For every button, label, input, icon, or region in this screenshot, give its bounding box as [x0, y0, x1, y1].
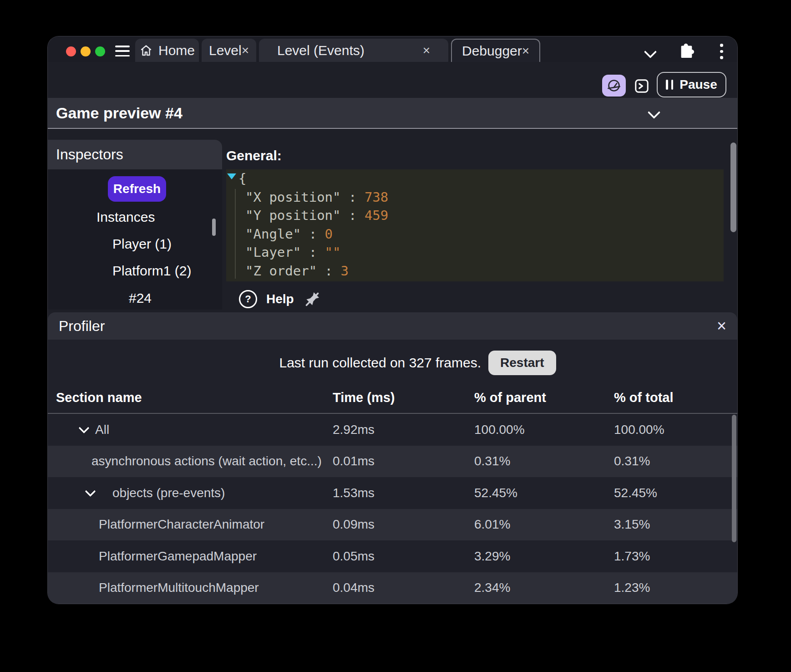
menu-hamburger-icon[interactable]	[115, 46, 130, 56]
chevron-down-icon[interactable]	[78, 423, 89, 433]
close-profiler-icon[interactable]: ×	[717, 318, 726, 334]
column-section-name: Section name	[56, 389, 142, 406]
game-preview-header[interactable]: Game preview #4	[48, 98, 737, 129]
json-line: "X position" : 738	[226, 188, 724, 207]
column-time: Time (ms)	[333, 389, 395, 406]
column-percent-parent: % of parent	[474, 389, 546, 406]
profiler-status-row: Last run collected on 327 frames. Restar…	[73, 350, 737, 376]
tab-label: Level (Events)	[277, 43, 365, 58]
chevron-down-icon[interactable]	[648, 106, 660, 119]
table-row[interactable]: objects (pre-events) 1.53ms 52.45% 52.45…	[48, 477, 737, 509]
json-line: "Z order" : 3	[226, 262, 724, 280]
profiler-title: Profiler	[59, 318, 105, 335]
tab-level-events[interactable]: Level (Events) ×	[259, 39, 448, 62]
profiler-table: All 2.92ms 100.00% 100.00% asynchronous …	[48, 413, 737, 604]
tab-level[interactable]: Level ×	[202, 39, 256, 62]
tree-item-instance-24[interactable]: #24	[129, 290, 152, 306]
tab-debugger[interactable]: Debugger ×	[451, 39, 540, 62]
json-line: "Angle" : 0	[226, 225, 724, 244]
extensions-button[interactable]	[678, 42, 695, 67]
help-row: ? Help	[239, 289, 321, 309]
general-scrollbar[interactable]	[730, 143, 736, 232]
pause-label: Pause	[679, 77, 717, 92]
terminal-icon	[634, 78, 650, 94]
chevron-down-icon	[644, 46, 657, 58]
profiler-table-header: Section name Time (ms) % of parent % of …	[48, 389, 737, 406]
general-section-title: General:	[226, 142, 282, 169]
chevron-down-icon[interactable]	[85, 486, 96, 497]
restart-button[interactable]: Restart	[488, 351, 556, 375]
minimize-window-button[interactable]	[81, 46, 91, 56]
tree-item-player[interactable]: Player (1)	[112, 236, 172, 252]
unpin-icon[interactable]	[303, 290, 321, 308]
indent-guide	[235, 189, 236, 279]
table-row[interactable]: PlatformerGamepadMapper 0.05ms 3.29% 1.7…	[48, 540, 737, 572]
gauge-icon	[607, 78, 621, 93]
tab-label: Debugger	[462, 43, 522, 59]
profiler-toggle-button[interactable]	[602, 75, 626, 97]
app-window: Home Level × Level (Events) × Debugger ×	[48, 36, 737, 604]
close-window-button[interactable]	[66, 46, 76, 56]
puzzle-icon	[678, 42, 695, 59]
json-open-brace: {	[226, 169, 724, 188]
profiler-status-text: Last run collected on 327 frames.	[279, 355, 481, 371]
tab-home[interactable]: Home	[135, 39, 199, 62]
tree-item-instances[interactable]: Instances	[96, 209, 155, 225]
json-line: "Y position" : 459	[226, 206, 724, 225]
inspectors-scrollbar[interactable]	[212, 219, 216, 236]
profiler-scrollbar[interactable]	[732, 415, 736, 542]
titlebar: Home Level × Level (Events) × Debugger ×	[48, 36, 737, 62]
json-line: "Layer" : ""	[226, 243, 724, 262]
inspectors-panel: Refresh Instances Player (1) Platform1 (…	[48, 169, 222, 310]
table-row[interactable]: All 2.92ms 100.00% 100.00%	[48, 414, 737, 446]
tab-label: Home	[158, 43, 195, 58]
tree-item-platform1[interactable]: Platform1 (2)	[112, 263, 191, 279]
general-json-view: { "X position" : 738 "Y position" : 459 …	[226, 169, 724, 281]
console-button[interactable]	[633, 77, 650, 95]
table-row[interactable]: PlatformerMultitouchMapper 0.04ms 2.34% …	[48, 572, 737, 604]
column-percent-total: % of total	[614, 389, 674, 406]
close-tab-icon[interactable]: ×	[522, 45, 529, 57]
pause-button[interactable]: Pause	[657, 72, 726, 97]
collapse-triangle-icon[interactable]	[227, 173, 236, 179]
help-label[interactable]: Help	[266, 292, 294, 306]
tabs-overflow-button[interactable]	[646, 47, 655, 73]
game-preview-title: Game preview #4	[56, 98, 183, 128]
pause-icon	[666, 80, 673, 90]
refresh-button[interactable]: Refresh	[108, 176, 166, 202]
inspectors-header: Inspectors	[48, 140, 222, 169]
maximize-window-button[interactable]	[95, 46, 105, 56]
more-options-button[interactable]	[720, 44, 723, 69]
close-tab-icon[interactable]: ×	[423, 44, 430, 57]
close-tab-icon[interactable]: ×	[242, 44, 249, 57]
profiler-header[interactable]: Profiler ×	[48, 312, 737, 340]
table-row[interactable]: asynchronous actions (wait action, etc..…	[48, 446, 737, 478]
tab-label: Level	[209, 43, 242, 58]
home-icon	[139, 44, 153, 57]
help-icon[interactable]: ?	[239, 290, 257, 308]
inspectors-title: Inspectors	[56, 140, 123, 169]
table-row[interactable]: PlatformerCharacterAnimator 0.09ms 6.01%…	[48, 509, 737, 541]
